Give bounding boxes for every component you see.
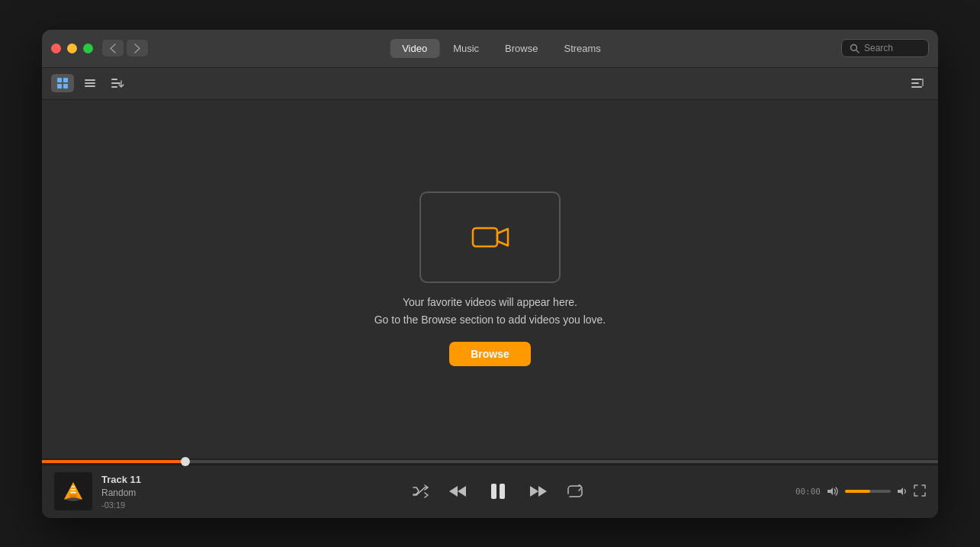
shuffle-button[interactable] bbox=[409, 479, 433, 504]
svg-marker-34 bbox=[530, 486, 538, 497]
svg-rect-16 bbox=[111, 82, 120, 84]
main-window: Video Music Browse Streams bbox=[42, 30, 938, 518]
svg-marker-37 bbox=[898, 487, 903, 495]
browse-button[interactable]: Browse bbox=[449, 342, 531, 366]
svg-rect-13 bbox=[85, 82, 95, 84]
tab-browse[interactable]: Browse bbox=[493, 39, 550, 58]
progress-area[interactable] bbox=[42, 459, 938, 465]
list-icon bbox=[84, 77, 96, 89]
track-details: Track 11 Random -03:19 bbox=[101, 474, 141, 510]
volume-icon bbox=[827, 486, 839, 497]
track-name: Track 11 bbox=[101, 474, 141, 485]
maximize-button[interactable] bbox=[83, 43, 93, 53]
traffic-lights bbox=[51, 43, 93, 53]
right-sort-button[interactable] bbox=[906, 74, 929, 92]
svg-rect-33 bbox=[500, 484, 505, 499]
nav-back-button[interactable] bbox=[102, 40, 124, 56]
track-artist: Random bbox=[101, 487, 141, 498]
track-thumb-icon bbox=[62, 480, 85, 503]
video-placeholder bbox=[419, 191, 561, 283]
play-pause-button[interactable] bbox=[482, 475, 514, 507]
toolbar bbox=[42, 68, 938, 100]
grid-icon bbox=[56, 77, 69, 89]
grid-view-button[interactable] bbox=[51, 74, 74, 92]
video-camera-icon bbox=[471, 222, 509, 253]
tab-video[interactable]: Video bbox=[390, 39, 439, 58]
sort-button[interactable] bbox=[106, 74, 129, 92]
fullscreen-icon bbox=[914, 484, 926, 497]
repeat-icon bbox=[567, 484, 583, 498]
search-input[interactable] bbox=[864, 43, 921, 53]
svg-rect-23 bbox=[473, 228, 497, 246]
empty-state-text: Your favorite videos will appear here. G… bbox=[374, 294, 606, 328]
close-button[interactable] bbox=[51, 43, 61, 53]
svg-rect-10 bbox=[57, 84, 62, 88]
search-bar[interactable] bbox=[841, 39, 929, 57]
shuffle-icon bbox=[413, 484, 429, 498]
track-time: -03:19 bbox=[101, 500, 141, 510]
minimize-button[interactable] bbox=[67, 43, 77, 53]
main-content: Your favorite videos will appear here. G… bbox=[42, 100, 938, 459]
progress-handle[interactable] bbox=[181, 457, 190, 466]
svg-marker-35 bbox=[538, 486, 547, 497]
sort-icon bbox=[111, 77, 124, 89]
nav-tabs: Video Music Browse Streams bbox=[390, 39, 613, 58]
track-info: Track 11 Random -03:19 bbox=[54, 472, 222, 510]
svg-marker-30 bbox=[458, 486, 466, 497]
progress-track bbox=[42, 460, 938, 463]
titlebar: Video Music Browse Streams bbox=[42, 30, 938, 68]
nav-arrows bbox=[102, 40, 148, 56]
player-controls bbox=[222, 475, 773, 507]
right-sort-icon bbox=[911, 77, 924, 89]
speaker-icon bbox=[897, 486, 908, 497]
svg-line-7 bbox=[856, 50, 860, 53]
nav-forward-button[interactable] bbox=[127, 40, 148, 56]
rewind-icon bbox=[449, 484, 466, 498]
svg-rect-25 bbox=[70, 495, 77, 498]
svg-rect-15 bbox=[111, 79, 117, 80]
time-display: 00:00 bbox=[795, 487, 821, 497]
svg-rect-32 bbox=[491, 484, 496, 499]
svg-point-26 bbox=[66, 497, 80, 501]
svg-rect-9 bbox=[63, 78, 68, 82]
search-icon bbox=[850, 43, 860, 53]
svg-rect-12 bbox=[85, 79, 95, 81]
player-bar: Track 11 Random -03:19 bbox=[42, 465, 938, 518]
fastforward-button[interactable] bbox=[526, 479, 551, 504]
tab-streams[interactable]: Streams bbox=[551, 39, 612, 58]
svg-marker-36 bbox=[827, 487, 833, 495]
svg-rect-19 bbox=[911, 82, 919, 84]
fastforward-icon bbox=[530, 484, 547, 498]
svg-rect-18 bbox=[911, 79, 922, 80]
svg-rect-14 bbox=[85, 85, 95, 87]
svg-rect-11 bbox=[63, 84, 68, 88]
track-thumbnail bbox=[54, 472, 92, 510]
player-right: 00:00 bbox=[773, 484, 926, 499]
list-view-button[interactable] bbox=[79, 74, 101, 92]
svg-rect-17 bbox=[111, 86, 117, 88]
svg-rect-20 bbox=[911, 86, 922, 88]
tab-music[interactable]: Music bbox=[441, 39, 491, 58]
progress-fill bbox=[42, 460, 185, 463]
svg-rect-8 bbox=[57, 78, 62, 82]
volume-fill bbox=[845, 490, 870, 493]
volume-slider[interactable] bbox=[845, 490, 891, 493]
repeat-button[interactable] bbox=[563, 479, 587, 504]
fullscreen-button[interactable] bbox=[914, 484, 926, 499]
pause-icon bbox=[487, 481, 509, 502]
svg-marker-31 bbox=[449, 486, 458, 497]
rewind-button[interactable] bbox=[445, 479, 470, 504]
